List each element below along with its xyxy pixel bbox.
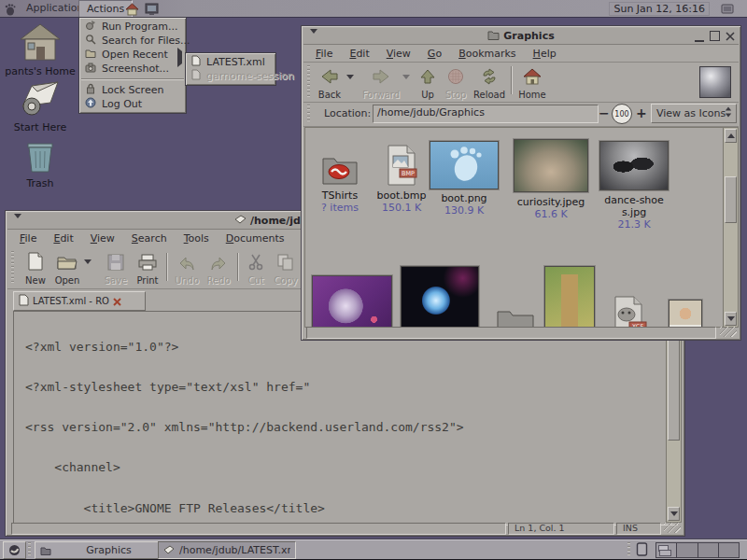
menu-search[interactable]: Search [123, 231, 176, 246]
reload-button[interactable]: Reload [472, 64, 507, 100]
scroll-up-button[interactable] [725, 129, 737, 143]
locationbar-handle[interactable] [307, 105, 310, 123]
menu-edit[interactable]: Edit [45, 231, 81, 246]
open-dropdown-arrow[interactable] [84, 264, 92, 282]
scroll-thumb[interactable] [725, 176, 737, 223]
save-button[interactable]: Save [101, 250, 131, 286]
toolbar-handle[interactable] [307, 65, 310, 99]
resize-grip[interactable] [720, 327, 737, 337]
file-item[interactable]: boot.png 130.9 K [429, 141, 500, 217]
menu-item-lock-screen[interactable]: Lock Screen [79, 83, 186, 97]
pager-handle[interactable] [627, 542, 630, 556]
task-button-latest-xml[interactable]: /home/jdub/LATEST.xm [158, 541, 296, 559]
trash-icon [22, 160, 58, 177]
desktop-icon-start-here[interactable]: Start Here [3, 78, 78, 133]
file-item[interactable]: emblems [485, 270, 546, 328]
file-item[interactable]: curiosity.jpeg 61.6 K [513, 139, 589, 220]
redo-button[interactable]: Redo [204, 250, 233, 286]
menu-item-run-program[interactable]: Run Program... [79, 20, 186, 34]
desktop-icon-trash[interactable]: Trash [3, 138, 78, 189]
editor-vscrollbar[interactable] [666, 312, 682, 523]
camera-icon [85, 63, 96, 76]
panel-applet-icon[interactable] [721, 2, 734, 20]
code-line: <?xml-stylesheet type="text/xsl" href=" [25, 381, 677, 394]
toolbar-handle[interactable] [11, 251, 14, 285]
zoom-out-button[interactable]: − [599, 105, 610, 120]
file-item[interactable]: BMP boot.bmp 150.1 K [373, 145, 430, 214]
menu-item-open-recent[interactable]: Open Recent [79, 48, 186, 62]
menu-item-screenshot[interactable]: Screenshot... [79, 62, 186, 76]
fm-icon-view[interactable]: TShirts ? items BMP boot.bmp 150.1 K boo… [304, 127, 725, 328]
scroll-down-button[interactable] [668, 507, 680, 521]
fm-titlebar[interactable]: Graphics [303, 28, 739, 45]
file-size: ? items [313, 202, 367, 214]
workspace-2[interactable] [677, 543, 698, 557]
editor-statusbar: Ln 1, Col. 1 INS [7, 523, 683, 534]
tab-close-icon[interactable] [113, 292, 121, 310]
maximize-icon[interactable] [710, 31, 720, 41]
menu-item-search-files[interactable]: Search for Files... [79, 34, 186, 48]
undo-button[interactable]: Undo [172, 250, 202, 286]
menu-file[interactable]: File [307, 46, 341, 62]
copy-button[interactable]: Copy [271, 250, 301, 286]
zoom-indicator[interactable]: 100 [612, 104, 632, 124]
file-item[interactable]: TShirts ? items [313, 154, 367, 214]
menu-edit[interactable]: Edit [341, 46, 377, 62]
menu-documents[interactable]: Documents [218, 231, 293, 246]
workspace-1[interactable] [656, 543, 677, 557]
back-button[interactable]: Back [315, 64, 345, 100]
back-dropdown-arrow[interactable] [346, 79, 354, 97]
menu-view[interactable]: View [378, 46, 419, 62]
file-item[interactable]: george.jpg [658, 268, 712, 328]
up-button[interactable]: Up [416, 64, 440, 100]
file-item[interactable]: discoball3 [399, 266, 481, 328]
menu-tools[interactable]: Tools [176, 231, 218, 246]
resize-grip[interactable] [664, 523, 681, 533]
menu-bookmarks[interactable]: Bookmarks [450, 46, 524, 62]
submenu-item-garnome-session[interactable]: garnome-session [186, 69, 275, 83]
clock[interactable]: Sun Jan 12, 16:16 [609, 2, 710, 16]
forward-dropdown-arrow[interactable] [402, 79, 410, 97]
task-button-graphics[interactable]: Graphics [35, 541, 167, 559]
show-desktop-button[interactable] [3, 541, 26, 559]
file-item[interactable]: dball1024X76 [311, 275, 393, 328]
pager-applet-icon[interactable] [636, 542, 648, 560]
menu-view[interactable]: View [82, 231, 123, 246]
submenu-item-latest-xml[interactable]: LATEST.xml [186, 55, 275, 69]
fm-statusbar [303, 327, 739, 338]
menu-help[interactable]: Help [525, 46, 565, 62]
editor-text-area[interactable]: <?xml version="1.0"?> <?xml-stylesheet t… [13, 311, 678, 525]
home-button[interactable]: Home [516, 64, 548, 100]
file-item[interactable]: dance-shoes.jpg 21.3 K [599, 141, 669, 231]
view-mode-dropdown[interactable]: View as Icons [651, 104, 737, 123]
menu-item-log-out[interactable]: Log Out [79, 97, 186, 111]
new-button[interactable]: New [21, 250, 50, 286]
task-file-icon [163, 541, 175, 559]
location-input[interactable]: /home/jdub/Graphics [373, 105, 599, 123]
menu-go[interactable]: Go [419, 46, 450, 62]
minimize-icon[interactable] [695, 31, 704, 42]
forward-button[interactable]: Forward [361, 64, 401, 100]
xcf-file-icon: XCF [612, 268, 649, 328]
zoom-in-button[interactable]: + [636, 105, 647, 120]
cut-button[interactable]: Cut [243, 250, 269, 286]
open-button[interactable]: Open [52, 250, 82, 286]
workspace-4[interactable] [719, 543, 739, 557]
gnome-foot-icon[interactable] [4, 2, 17, 20]
file-item[interactable]: XCF fridge.xcf [602, 268, 658, 328]
file-item[interactable]: eseller.jpg [541, 266, 599, 328]
tab-latest-xml[interactable]: LATEST.xml - RO [13, 291, 146, 311]
location-value: /home/jdub/Graphics [377, 106, 485, 119]
print-button[interactable]: Print [133, 250, 162, 286]
tasklist-handle[interactable] [28, 542, 31, 556]
workspace-3[interactable] [698, 543, 719, 557]
scroll-down-button[interactable] [725, 312, 737, 326]
folder-tshirts-icon [321, 154, 359, 186]
menu-file[interactable]: File [11, 231, 45, 246]
desktop-icon-home[interactable]: pants's Home [3, 22, 78, 77]
fm-title: Graphics [503, 30, 554, 42]
close-icon[interactable] [726, 27, 735, 45]
fm-vscrollbar[interactable] [723, 127, 739, 328]
scroll-thumb[interactable] [668, 327, 680, 441]
stop-button[interactable]: Stop [442, 64, 470, 100]
